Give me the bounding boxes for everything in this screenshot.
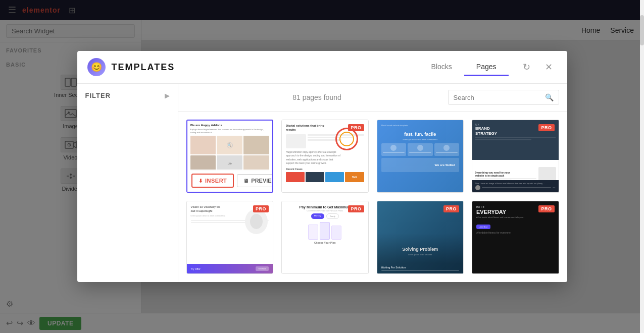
search-box: 🔍 [448, 90, 559, 105]
filter-sidebar: FILTER ▶ [77, 84, 178, 282]
template-1-actions: ⬇ INSERT 🖥 PREVIEW [187, 170, 273, 192]
modal-tabs: Blocks Pages [419, 59, 509, 76]
refresh-icon: ↻ [523, 62, 530, 73]
pro-badge-2: PRO [348, 124, 364, 131]
templates-grid: We are Happy Addons A plugin-based digit… [178, 112, 567, 282]
modal-actions: ↻ ✕ [519, 59, 557, 75]
template-card-7[interactable]: PRO Solving Problem lorem ipsum dolor si… [377, 201, 464, 274]
content-area: 81 pages found 🔍 We are Happy Addons [178, 84, 567, 282]
pro-badge-7: PRO [443, 205, 459, 212]
pages-count: 81 pages found [186, 93, 448, 101]
search-input[interactable] [454, 94, 541, 101]
modal-logo: 😊 [87, 58, 106, 76]
modal-overlay: 😊 TEMPLATES Blocks Pages ↻ ✕ FILTE [0, 0, 644, 333]
templates-modal: 😊 TEMPLATES Blocks Pages ↻ ✕ FILTE [77, 51, 567, 282]
template-card-5[interactable]: PRO Vision so visionary wecall it supers… [186, 201, 274, 274]
preview-icon: 🖥 [243, 178, 249, 184]
insert-icon: ⬇ [199, 178, 203, 184]
template-card-3[interactable]: Block based website template fast. fun. … [377, 120, 464, 193]
close-button[interactable]: ✕ [541, 59, 557, 75]
preview-button[interactable]: 🖥 PREVIEW [237, 174, 273, 187]
template-thumbnail-3: Block based website template fast. fun. … [377, 120, 464, 192]
pro-badge-6: PRO [348, 205, 364, 212]
modal-header: 😊 TEMPLATES Blocks Pages ↻ ✕ [77, 51, 567, 84]
tab-blocks[interactable]: Blocks [419, 59, 464, 76]
refresh-button[interactable]: ↻ [519, 59, 535, 75]
pro-badge-5: PRO [253, 205, 269, 212]
content-toolbar: 81 pages found 🔍 [178, 84, 567, 112]
insert-button[interactable]: ⬇ INSERT [191, 174, 234, 188]
chevron-right-icon: ▶ [165, 92, 170, 99]
template-card-1[interactable]: We are Happy Addons A plugin-based digit… [186, 120, 274, 193]
search-icon: 🔍 [545, 93, 554, 101]
template-card-8[interactable]: PRO Be Fit EVERYDAY A few words about fi… [472, 201, 559, 274]
pro-badge-8: PRO [538, 205, 554, 212]
close-icon: ✕ [545, 62, 553, 73]
filter-label: FILTER [85, 92, 111, 99]
pro-badge-4: PRO [538, 124, 554, 131]
tab-pages[interactable]: Pages [464, 59, 509, 76]
template-card-6[interactable]: PRO Pay Minimum to Get Maximum Coolest a… [281, 201, 369, 274]
modal-body: FILTER ▶ 81 pages found 🔍 [77, 84, 567, 282]
modal-title: TEMPLATES [112, 62, 419, 73]
filter-header[interactable]: FILTER ▶ [77, 92, 178, 99]
template-card-2[interactable]: PRO Digital solutions that bringresults [281, 120, 369, 193]
template-card-4[interactable]: PRO UX BRANDSTRATEGY [472, 120, 559, 193]
